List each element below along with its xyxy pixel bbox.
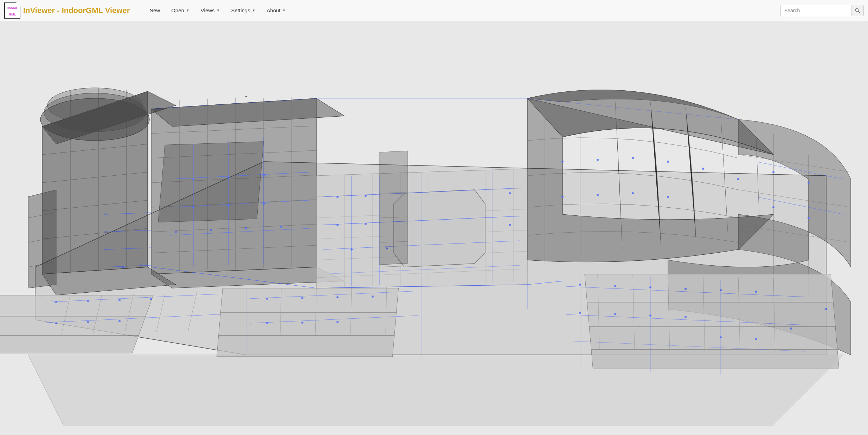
svg-point-97 — [365, 195, 367, 197]
svg-point-159 — [755, 338, 757, 340]
nav-settings-arrow: ▼ — [252, 8, 256, 12]
svg-rect-178 — [380, 151, 408, 265]
svg-point-189 — [105, 249, 107, 251]
connector-building — [380, 151, 408, 267]
svg-point-52 — [280, 226, 282, 228]
nav-views-label: Views — [201, 7, 215, 13]
svg-point-103 — [509, 224, 511, 226]
svg-point-99 — [365, 223, 367, 225]
nav-about-label: About — [267, 7, 281, 13]
svg-point-54 — [597, 159, 599, 161]
search-container — [780, 5, 864, 16]
svg-point-58 — [737, 178, 739, 180]
nav-settings-label: Settings — [231, 7, 250, 13]
nav-views-arrow: ▼ — [217, 8, 220, 12]
nav-about[interactable]: About ▼ — [261, 5, 291, 16]
svg-point-49 — [175, 231, 177, 233]
svg-point-149 — [614, 285, 616, 287]
svg-point-43 — [192, 178, 194, 180]
svg-rect-123 — [219, 313, 397, 336]
svg-rect-138 — [585, 274, 833, 302]
svg-line-1 — [858, 11, 860, 13]
svg-point-157 — [684, 316, 687, 318]
svg-point-151 — [684, 288, 687, 290]
svg-point-53 — [561, 161, 564, 163]
svg-point-73 — [808, 217, 810, 219]
svg-point-72 — [772, 206, 774, 208]
search-icon — [855, 8, 860, 13]
svg-point-100 — [351, 248, 353, 251]
building-svg — [0, 21, 868, 435]
svg-point-55 — [632, 157, 634, 159]
app-title: InViewer - IndoorGML Viewer — [23, 6, 130, 15]
svg-point-62 — [667, 196, 669, 198]
nav-open[interactable]: Open ▼ — [166, 5, 195, 16]
svg-point-57 — [702, 168, 704, 170]
nav-views[interactable]: Views ▼ — [195, 5, 226, 16]
svg-point-56 — [667, 161, 669, 163]
svg-point-119 — [118, 320, 121, 322]
svg-point-60 — [597, 194, 599, 196]
nav-menu: New Open ▼ Views ▼ Settings ▼ About ▼ — [144, 5, 291, 16]
nav-new[interactable]: New — [144, 5, 166, 16]
svg-rect-124 — [217, 336, 394, 357]
svg-point-44 — [227, 176, 230, 178]
logo-indoor-text: Indoor — [7, 6, 17, 10]
svg-point-161 — [825, 308, 827, 310]
svg-point-153 — [755, 291, 757, 293]
svg-point-50 — [210, 229, 212, 231]
middle-section — [316, 169, 527, 288]
nav-settings[interactable]: Settings ▼ — [225, 5, 261, 16]
nav-about-arrow: ▼ — [282, 8, 286, 12]
main-content[interactable] — [0, 21, 868, 435]
svg-marker-18 — [28, 190, 56, 288]
nav-open-label: Open — [171, 7, 184, 13]
svg-point-46 — [192, 206, 194, 208]
svg-point-117 — [55, 322, 57, 324]
svg-point-96 — [336, 196, 339, 198]
svg-point-115 — [118, 299, 121, 301]
svg-rect-139 — [587, 302, 835, 327]
svg-point-47 — [227, 204, 230, 207]
svg-point-113 — [55, 301, 57, 303]
svg-point-17 — [47, 88, 142, 123]
svg-rect-106 — [0, 336, 139, 353]
nav-new-label: New — [149, 7, 160, 13]
logo-gml-text: GML — [9, 13, 16, 16]
svg-point-191 — [140, 265, 142, 266]
svg-point-155 — [614, 313, 616, 315]
central-building — [151, 97, 345, 288]
svg-point-51 — [245, 227, 247, 229]
svg-point-134 — [301, 322, 303, 324]
search-input[interactable] — [781, 6, 851, 15]
svg-point-188 — [105, 231, 107, 233]
svg-point-71 — [808, 182, 810, 184]
svg-rect-105 — [0, 316, 146, 336]
svg-point-130 — [301, 297, 303, 299]
svg-point-70 — [772, 171, 774, 173]
logo-container: Indoor GML InViewer - IndoorGML Viewer — [4, 2, 130, 19]
navbar: Indoor GML InViewer - IndoorGML Viewer N… — [0, 0, 868, 21]
svg-point-48 — [263, 203, 265, 205]
svg-point-118 — [87, 321, 89, 323]
svg-point-132 — [372, 296, 374, 298]
search-button[interactable] — [851, 5, 863, 16]
svg-point-187 — [105, 214, 107, 215]
svg-rect-36 — [158, 142, 264, 222]
svg-point-183 — [245, 96, 247, 97]
svg-point-98 — [336, 224, 339, 226]
svg-rect-122 — [220, 288, 398, 313]
svg-point-135 — [336, 321, 339, 323]
building-canvas[interactable] — [0, 21, 868, 435]
svg-point-61 — [632, 192, 634, 194]
svg-point-102 — [509, 192, 511, 194]
svg-rect-140 — [589, 327, 837, 350]
svg-point-131 — [336, 296, 339, 298]
svg-point-45 — [263, 175, 265, 177]
logo-box: Indoor GML — [4, 2, 20, 19]
svg-point-59 — [561, 196, 564, 198]
nav-open-arrow: ▼ — [186, 8, 189, 12]
svg-rect-141 — [591, 350, 839, 369]
svg-point-116 — [150, 298, 152, 300]
